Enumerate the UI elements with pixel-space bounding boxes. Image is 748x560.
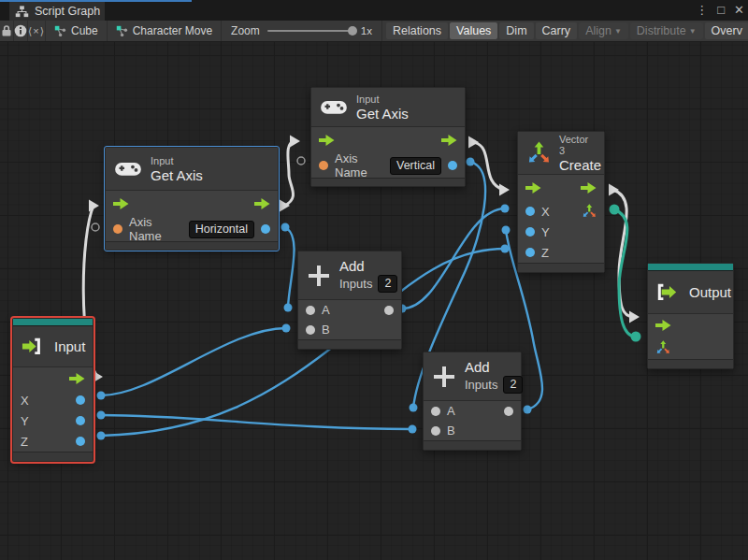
node-title: Input [54,338,84,354]
gamepad-icon [320,98,348,117]
node-header: AddInputs2 [424,352,521,401]
info-button[interactable] [14,21,28,41]
zoom-value: 1x [361,25,372,36]
mode-button-overv[interactable]: Overv [705,22,748,39]
maximize-icon[interactable]: □ [717,0,725,21]
mode-button-relations[interactable]: Relations [386,22,448,39]
title-bar: Script Graph ⋮ □ ✕ [0,0,748,21]
port-axis-name-out[interactable] [448,161,457,170]
node-input[interactable]: InputXYZ [12,318,94,462]
port-z-out[interactable] [76,437,85,446]
mode-button-dim[interactable]: Dim [499,22,533,39]
port-x-in[interactable] [525,207,535,216]
flow-in-port[interactable] [655,320,671,331]
graph-asset-icon [116,25,128,37]
port-axis-name-in[interactable] [319,161,328,170]
node-header: Input [13,326,93,367]
gamepad-icon [114,160,142,179]
node-header: InputGet Axis [106,148,278,191]
port-a-in[interactable] [306,306,315,315]
zoom-label: Zoom [231,24,260,37]
zoom-slider[interactable] [267,30,353,32]
vector3-icon[interactable] [582,204,597,219]
zoom-slider-knob[interactable] [348,26,357,36]
node-footer [648,359,733,368]
accent-bar [13,319,93,326]
close-icon[interactable]: ✕ [734,0,744,21]
kebab-menu-icon[interactable]: ⋮ [696,0,708,21]
port-label: B [322,323,330,337]
node-footer [518,263,604,272]
script-graph-icon [15,5,29,19]
node-get-axis-vertical[interactable]: InputGet AxisAxis NameVertical [310,87,466,187]
port-label: Y [541,225,550,239]
code-brackets-icon[interactable]: ⟨×⟩ [28,21,46,41]
node-vector3-create[interactable]: Vector 3CreateXYZ [517,131,605,273]
tab-script-graph[interactable]: Script Graph [9,2,105,21]
node-subtitle: Vector 3 [559,134,596,156]
node-header: Vector 3Create [518,132,604,175]
flow-out-port[interactable] [581,182,597,194]
node-add-2[interactable]: AddInputs2AB [423,352,522,451]
port-a-out[interactable] [384,306,394,315]
node-row [518,175,604,201]
plus-icon [307,264,331,288]
port-b-in[interactable] [306,325,315,335]
value-field[interactable]: Vertical [390,157,441,175]
port-axis-name-in[interactable] [113,224,122,234]
plus-icon [432,365,456,389]
node-row: X [518,201,604,222]
port-label: Axis Name [129,215,182,243]
node-row: Z [13,431,93,452]
value-field[interactable]: Horizontal [189,221,254,238]
node-row [106,191,278,217]
flow-out-port[interactable] [254,198,270,209]
node-row: B [298,320,401,339]
port-axis-name-out[interactable] [261,224,270,234]
tab-label: Script Graph [35,5,100,18]
graph-button-character-move[interactable]: Character Move [108,21,222,41]
node-row: A [424,401,521,421]
node-title: Add [465,359,512,375]
graph-button-cube[interactable]: Cube [46,21,108,41]
port-a-out[interactable] [504,407,513,416]
node-add-1[interactable]: AddInputs2AB [297,251,402,350]
node-row: X [13,390,93,410]
port-label: B [447,424,455,438]
port-z-in[interactable] [525,248,535,257]
port-label: Y [21,414,29,428]
node-title: Create [559,157,596,173]
flow-out-port[interactable] [441,135,457,146]
node-row: Y [518,222,604,242]
mode-button-align[interactable]: Align▼ [579,22,628,39]
node-output[interactable]: Output [647,263,734,369]
flow-in-port[interactable] [113,198,129,209]
vector3-icon[interactable] [655,340,670,355]
zoom-control: Zoom 1x [222,21,382,41]
graph-button-label: Cube [71,24,98,37]
node-row: A [298,300,401,320]
port-b-in[interactable] [431,426,440,436]
output-icon [656,283,681,301]
node-row [648,314,733,337]
node-get-axis-horizontal[interactable]: InputGet AxisAxis NameHorizontal [105,147,279,251]
node-footer [298,339,401,349]
port-a-in[interactable] [431,407,440,416]
lock-button[interactable] [0,21,14,41]
input-icon [22,337,46,355]
port-x-out[interactable] [76,395,85,405]
header-field-value[interactable]: 2 [503,376,523,394]
node-row: B [424,421,521,440]
header-field-value[interactable]: 2 [378,275,397,293]
unity-script-graph-window: InputGet AxisAxis NameVertical InputGet … [0,0,748,560]
flow-in-port[interactable] [319,135,335,146]
port-y-in[interactable] [525,227,535,237]
mode-button-carry[interactable]: Carry [536,22,578,39]
mode-button-distribute[interactable]: Distribute▼ [630,22,703,39]
flow-out-port[interactable] [69,373,85,384]
mode-button-values[interactable]: Values [450,22,497,39]
port-label: A [447,404,455,418]
node-header: AddInputs2 [298,251,401,300]
flow-in-port[interactable] [525,182,541,194]
port-y-out[interactable] [76,416,85,425]
